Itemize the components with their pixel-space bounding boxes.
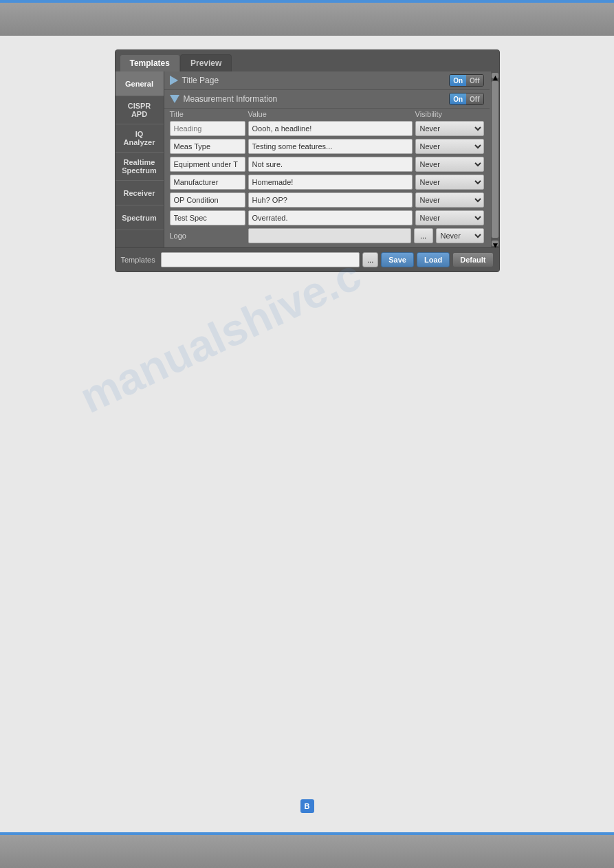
scroll-down-arrow[interactable]: ▼ — [492, 241, 498, 246]
top-bar — [0, 0, 614, 36]
logo-row: Logo ... NeverAlwaysIf not empty — [170, 227, 484, 245]
title-field-2[interactable] — [170, 157, 245, 172]
title-page-section: Title Page On Off — [164, 71, 490, 90]
toggle-on-label: On — [450, 75, 466, 86]
tab-templates[interactable]: Templates — [120, 54, 180, 71]
value-field-3[interactable] — [248, 175, 413, 190]
main-content: Title Page On Off Measurement Informatio… — [164, 71, 499, 247]
logo-label: Logo — [170, 232, 245, 240]
title-field-5[interactable] — [170, 210, 245, 225]
table-area: Title Value Visibility NeverAlwaysIf not… — [164, 109, 490, 245]
table-header: Title Value Visibility — [170, 109, 484, 120]
tab-bar: Templates Preview — [116, 50, 499, 71]
table-row: NeverAlwaysIf not empty — [170, 137, 484, 155]
table-row: NeverAlwaysIf not empty — [170, 155, 484, 173]
small-icon: B — [300, 799, 314, 813]
table-row: NeverAlwaysIf not empty — [170, 120, 484, 137]
tab-preview[interactable]: Preview — [180, 54, 232, 71]
footer-label: Templates — [121, 256, 155, 264]
visibility-select-4[interactable]: NeverAlwaysIf not empty — [415, 192, 484, 208]
meas-toggle-on-label: On — [450, 93, 466, 104]
load-button[interactable]: Load — [417, 252, 450, 267]
dialog-footer: Templates ... Save Load Default — [116, 247, 499, 271]
scrollbar[interactable]: ▲ ▼ — [491, 71, 499, 247]
expand-measurement-icon[interactable] — [170, 95, 179, 103]
visibility-select-5[interactable]: NeverAlwaysIf not empty — [415, 210, 484, 225]
dialog-body: General CISPR APD IQ Analyzer Realtime S… — [116, 71, 499, 247]
toggle-off-label: Off — [466, 75, 483, 86]
meas-toggle-off-label: Off — [466, 93, 483, 104]
title-page-label: Title Page — [182, 76, 446, 85]
title-page-toggle[interactable]: On Off — [449, 74, 483, 87]
value-field-4[interactable] — [248, 192, 413, 208]
templates-browse-button[interactable]: ... — [362, 252, 378, 267]
bottom-bar-accent — [0, 832, 614, 835]
top-bar-accent — [0, 0, 614, 3]
sidebar-item-iq-analyzer[interactable]: IQ Analyzer — [116, 124, 164, 153]
table-row: NeverAlwaysIf not empty — [170, 173, 484, 191]
sidebar-item-cispr-apd[interactable]: CISPR APD — [116, 96, 164, 124]
value-field-2[interactable] — [248, 157, 413, 172]
dialog: Templates Preview General CISPR APD IQ A… — [115, 49, 500, 272]
value-field-1[interactable] — [248, 139, 413, 154]
bottom-bar — [0, 832, 614, 868]
watermark: manualshive.c — [72, 249, 369, 423]
logo-browse-button[interactable]: ... — [414, 228, 433, 243]
title-field-3[interactable] — [170, 175, 245, 190]
sidebar-item-spectrum[interactable]: Spectrum — [116, 205, 164, 230]
default-button[interactable]: Default — [452, 252, 493, 267]
col-header-visibility: Visibility — [415, 110, 484, 118]
value-field-5[interactable] — [248, 210, 413, 225]
logo-visibility-select[interactable]: NeverAlwaysIf not empty — [436, 228, 484, 243]
title-field-0[interactable] — [170, 121, 245, 136]
value-field-0[interactable] — [248, 121, 413, 136]
visibility-select-1[interactable]: NeverAlwaysIf not empty — [415, 139, 484, 154]
table-row: NeverAlwaysIf not empty — [170, 191, 484, 209]
sidebar-item-realtime-spectrum[interactable]: Realtime Spectrum — [116, 153, 164, 181]
sidebar-item-general[interactable]: General — [116, 71, 164, 96]
expand-title-page-icon[interactable] — [170, 76, 178, 85]
scroll-thumb[interactable] — [492, 81, 498, 238]
visibility-select-0[interactable]: NeverAlwaysIf not empty — [415, 121, 484, 136]
col-header-title: Title — [170, 110, 245, 118]
logo-value-input[interactable] — [248, 228, 411, 243]
save-button[interactable]: Save — [381, 252, 414, 267]
templates-input[interactable] — [161, 252, 360, 267]
visibility-select-2[interactable]: NeverAlwaysIf not empty — [415, 157, 484, 172]
table-row: NeverAlwaysIf not empty — [170, 209, 484, 227]
scroll-up-arrow[interactable]: ▲ — [492, 73, 498, 78]
title-field-4[interactable] — [170, 192, 245, 208]
measurement-info-toggle[interactable]: On Off — [449, 93, 483, 105]
visibility-select-3[interactable]: NeverAlwaysIf not empty — [415, 175, 484, 190]
measurement-info-label: Measurement Information — [184, 94, 446, 104]
sidebar-item-receiver[interactable]: Receiver — [116, 181, 164, 205]
title-field-1[interactable] — [170, 139, 245, 154]
sidebar-nav: General CISPR APD IQ Analyzer Realtime S… — [116, 71, 164, 247]
col-header-value: Value — [248, 110, 413, 118]
measurement-info-section: Measurement Information On Off — [164, 90, 490, 109]
